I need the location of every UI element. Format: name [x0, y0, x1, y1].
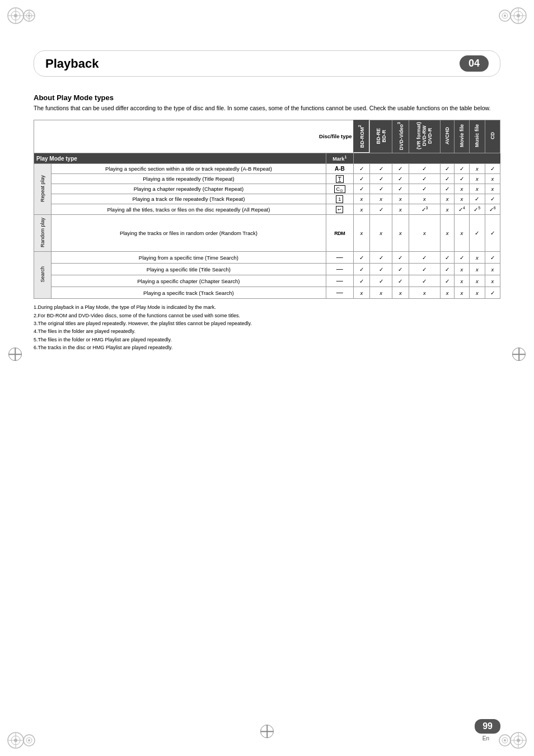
col-music-file: Music file [470, 120, 485, 153]
table-row: Playing a specific track (Track Search) … [34, 287, 500, 299]
table-row: Random play Playing the tracks or files … [34, 215, 500, 252]
val: ✓ [392, 164, 409, 174]
page-title: Playback [45, 57, 99, 71]
val: x [392, 287, 409, 299]
table-row: Playing a title repeatedly (Title Repeat… [34, 174, 500, 184]
row-chapter-search-mark: — [326, 275, 354, 287]
val: ✓ [353, 264, 369, 275]
filler-header [353, 153, 500, 164]
val: x [454, 287, 469, 299]
table-row: Playing all the titles, tracks or files … [34, 204, 500, 215]
row-random-desc: Playing the tracks or files in random or… [51, 215, 326, 252]
row-chapter-repeat-mark: C⊙ [326, 184, 354, 194]
val: x [441, 194, 454, 204]
col-avchd: AVCHD [441, 120, 454, 153]
play-mode-table: Disc/file type BD-ROM2 BD-RBD-RE DVD-Vid… [34, 120, 500, 299]
val: ✓ [454, 174, 469, 184]
val: ✓ [485, 252, 500, 264]
footnote-1: 1.During playback in a Play Mode, the ty… [34, 303, 500, 311]
svg-point-33 [504, 739, 506, 741]
row-title-repeat-desc: Playing a title repeatedly (Title Repeat… [51, 174, 326, 184]
val: ✓ [409, 252, 441, 264]
val: ✓ [392, 252, 409, 264]
val: ✓ [409, 264, 441, 275]
row-random-mark: RDM [326, 215, 354, 252]
val: x [454, 215, 469, 252]
val: x [470, 252, 485, 264]
section-title: About Play Mode types [34, 93, 500, 102]
val: ✓ [409, 164, 441, 174]
row-all-repeat-mark: ↩ [326, 204, 354, 215]
val: ✓ [441, 264, 454, 275]
val: x [470, 287, 485, 299]
corner-decoration-tl [6, 6, 39, 39]
val: x [409, 215, 441, 252]
val: ✓ [369, 264, 392, 275]
mark-header: Mark1 [326, 153, 354, 164]
val: x [454, 184, 469, 194]
footnote-3: 3.The original titles are played repeate… [34, 320, 500, 327]
table-row: Playing a chapter repeatedly (Chapter Re… [34, 184, 500, 194]
val: ✓ [441, 275, 454, 287]
val: x [409, 287, 441, 299]
val: x [454, 264, 469, 275]
val: x [353, 194, 369, 204]
corner-decoration-bl [6, 717, 39, 750]
val: x [409, 194, 441, 204]
val: ✓ [470, 215, 485, 252]
val: ✓ [409, 174, 441, 184]
row-track-search-desc: Playing a specific track (Track Search) [51, 287, 326, 299]
val: ✓ [353, 164, 369, 174]
footnote-2: 2.For BD-ROM and DVD-Video discs, some o… [34, 312, 500, 320]
val: ✓ [369, 174, 392, 184]
val: x [441, 287, 454, 299]
row-chapter-repeat-desc: Playing a chapter repeatedly (Chapter Re… [51, 184, 326, 194]
val: ✓ [454, 252, 469, 264]
table-row: Playing a specific title (Title Search) … [34, 264, 500, 275]
val: x [485, 264, 500, 275]
val: x [369, 194, 392, 204]
val: ✓ [409, 275, 441, 287]
category-random-play: Random play [34, 215, 51, 252]
row-track-repeat-mark: 1 [326, 194, 354, 204]
val: ✓ [369, 204, 392, 215]
val: x [441, 204, 454, 215]
val: ✓ [392, 264, 409, 275]
section-description: The functions that can be used differ ac… [34, 104, 500, 113]
val: ✓ [353, 184, 369, 194]
val: ✓ [369, 164, 392, 174]
val: x [392, 194, 409, 204]
val: ✓ [392, 275, 409, 287]
page-header: Playback 04 [34, 50, 500, 77]
val: ✓ [353, 275, 369, 287]
row-title-repeat-mark: T̲ [326, 174, 354, 184]
col-bd-r-re: BD-RBD-RE [369, 120, 392, 153]
val: ✓ [441, 164, 454, 174]
val: x [353, 204, 369, 215]
val: ✓ [485, 164, 500, 174]
val: ✓ [392, 174, 409, 184]
play-mode-type-header: Play Mode type [34, 153, 326, 164]
row-track-repeat-desc: Playing a track or file repeatedly (Trac… [51, 194, 326, 204]
col-bd-rom: BD-ROM2 [353, 120, 369, 153]
page-lang: En [483, 735, 489, 741]
row-title-search-mark: — [326, 264, 354, 275]
val: x [369, 215, 392, 252]
val: x [353, 287, 369, 299]
val: ✓ [454, 164, 469, 174]
table-row: Repeat play Playing a specific section w… [34, 164, 500, 174]
val: ✓6 [485, 204, 500, 215]
col-cd: CD [485, 120, 500, 153]
side-reg-right [512, 348, 526, 361]
chapter-number: 04 [460, 55, 489, 72]
category-repeat-play: Repeat play [34, 164, 51, 215]
val: ✓ [485, 215, 500, 252]
row-all-repeat-desc: Playing all the titles, tracks or files … [51, 204, 326, 215]
val: x [470, 275, 485, 287]
val: x [470, 184, 485, 194]
val: x [353, 215, 369, 252]
corner-decoration-tr [495, 6, 528, 39]
val: x [485, 174, 500, 184]
val: ✓ [485, 194, 500, 204]
page-number: 99 [475, 719, 500, 734]
